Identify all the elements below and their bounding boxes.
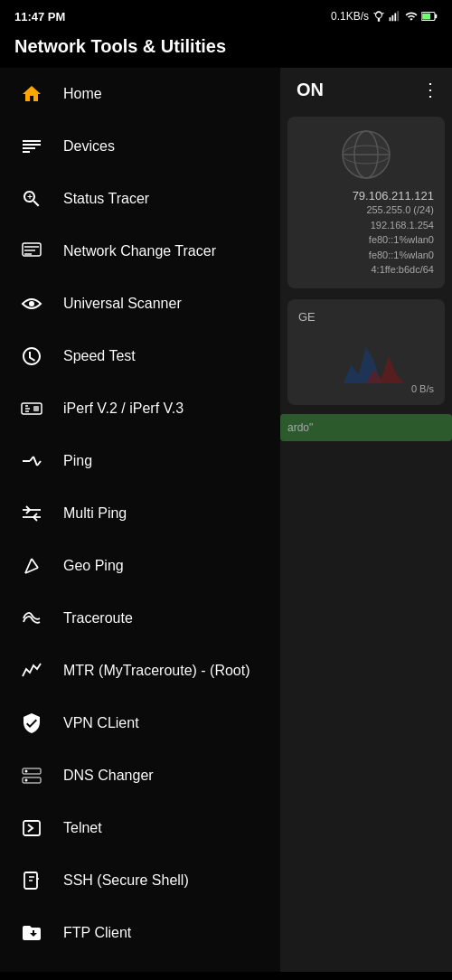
ftp-client-icon (18, 922, 45, 944)
sidebar-item-label: iPerf V.2 / iPerf V.3 (63, 400, 184, 417)
svg-line-14 (37, 461, 41, 466)
svg-rect-6 (422, 14, 430, 20)
ip-address: 79.106.211.121 (298, 189, 434, 203)
app-title: Network Tools & Utilities (14, 36, 226, 57)
sidebar-item-label: DNS Changer (63, 768, 154, 784)
devices-icon (18, 136, 45, 157)
sidebar-item-speed-test[interactable]: Speed Test (0, 330, 280, 382)
svg-rect-0 (390, 17, 391, 21)
ipv6-3: 4:1ffe:b6dc/64 (298, 262, 434, 278)
sidebar-item-label: MTR (MyTraceroute) - (Root) (63, 663, 250, 679)
universal-scanner-icon (18, 293, 45, 315)
navigation-drawer: Home Devices Status Tracer Network Chang… (0, 68, 280, 972)
vpn-client-icon (18, 712, 45, 734)
wifi-icon (405, 10, 418, 23)
sidebar-item-telnet[interactable]: Telnet (0, 802, 280, 854)
traceroute-icon (18, 608, 45, 629)
ssid-card: ardo" (280, 414, 452, 441)
globe-icon (339, 127, 393, 182)
gateway: 192.168.1.254 (298, 218, 434, 233)
network-info: 255.255.0 (/24) 192.168.1.254 fe80::1%wl… (298, 203, 434, 278)
sidebar-item-universal-scanner[interactable]: Universal Scanner (0, 278, 280, 330)
status-bar: 11:47 PM 0.1KB/s (0, 0, 452, 29)
ipv6-2: fe80::1%wlan0 (298, 248, 434, 263)
signal-icon (389, 10, 401, 23)
sidebar-item-label: Devices (63, 138, 115, 155)
sidebar-item-iperf[interactable]: iPerf V.2 / iPerf V.3 (0, 382, 280, 435)
speed-indicator: 0.1KB/s (331, 10, 369, 23)
sidebar-item-label: Speed Test (63, 348, 136, 364)
right-panel: ON ⋮ 79.106.211.121 255.255.0 (/24) 192.… (280, 68, 452, 972)
sidebar-item-label: VPN CLient (63, 715, 139, 731)
sidebar-item-multi-ping[interactable]: Multi Ping (0, 487, 280, 540)
svg-point-22 (25, 770, 28, 773)
bandwidth-speed: 0 B/s (298, 383, 434, 394)
more-options-button[interactable]: ⋮ (418, 75, 443, 104)
sidebar-item-devices[interactable]: Devices (0, 120, 280, 173)
sidebar-item-label: Home (63, 86, 102, 102)
sidebar-item-ftp-client[interactable]: FTP Client (0, 907, 280, 959)
svg-rect-10 (33, 406, 39, 411)
sidebar-item-label: Status Tracer (63, 191, 149, 207)
sidebar-item-label: Universal Scanner (63, 296, 182, 312)
sidebar-item-label: Traceroute (63, 610, 133, 627)
svg-rect-3 (397, 11, 399, 21)
globe-icon-container (298, 127, 434, 182)
alarm-icon (372, 10, 385, 23)
sidebar-item-label: Ping (63, 453, 92, 469)
svg-rect-2 (394, 14, 396, 22)
ping-icon (18, 450, 45, 472)
subnet-mask: 255.255.0 (/24) (298, 203, 434, 218)
ssh-icon (18, 870, 45, 891)
dns-changer-icon (18, 765, 45, 787)
network-change-tracer-icon (18, 240, 45, 262)
app-header: Network Tools & Utilities (0, 29, 452, 68)
svg-line-18 (32, 559, 38, 568)
sidebar-item-label: Geo Ping (63, 558, 124, 574)
sidebar-item-label: Telnet (63, 820, 102, 836)
svg-rect-1 (392, 15, 394, 21)
bandwidth-chart (298, 329, 434, 383)
right-header: ON ⋮ (280, 68, 452, 111)
sidebar-item-home[interactable]: Home (0, 68, 280, 120)
sidebar-item-label: Multi Ping (63, 505, 127, 522)
sidebar-item-label: SSH (Secure Shell) (63, 872, 189, 889)
speed-test-icon (18, 345, 45, 367)
svg-rect-5 (435, 14, 437, 19)
sidebar-item-status-tracer[interactable]: Status Tracer (0, 173, 280, 225)
sidebar-item-ssh[interactable]: SSH (Secure Shell) (0, 854, 280, 907)
geo-ping-icon (18, 555, 45, 577)
sidebar-item-traceroute[interactable]: Traceroute (0, 592, 280, 645)
svg-point-23 (25, 779, 28, 782)
ip-card: 79.106.211.121 255.255.0 (/24) 192.168.1… (287, 117, 445, 288)
sidebar-item-geo-ping[interactable]: Geo Ping (0, 540, 280, 592)
mtr-icon (18, 660, 45, 682)
svg-line-13 (33, 457, 37, 466)
bandwidth-label: GE (298, 310, 434, 324)
home-icon (18, 83, 45, 105)
sidebar-item-mtr[interactable]: MTR (MyTraceroute) - (Root) (0, 645, 280, 697)
iperf-icon (18, 398, 45, 419)
multi-ping-icon (18, 503, 45, 524)
connection-status: ON (289, 80, 418, 100)
bandwidth-card: GE 0 B/s (287, 299, 445, 405)
ssid-value: ardo" (287, 421, 445, 434)
sidebar-item-label: Network Change Tracer (63, 243, 216, 259)
svg-point-8 (29, 301, 34, 306)
telnet-icon (18, 817, 45, 839)
svg-marker-30 (298, 347, 434, 383)
status-icons: 0.1KB/s (331, 10, 438, 23)
status-tracer-icon (18, 188, 45, 210)
status-time: 11:47 PM (14, 10, 65, 24)
main-layout: Home Devices Status Tracer Network Chang… (0, 68, 452, 972)
ipv6-1: fe80::1%wlan0 (298, 232, 434, 248)
battery-icon (421, 10, 438, 23)
sidebar-item-dns-changer[interactable]: DNS Changer (0, 749, 280, 802)
sidebar-item-vpn-client[interactable]: VPN CLient (0, 697, 280, 749)
sidebar-item-label: FTP Client (63, 925, 131, 941)
sidebar-item-ping[interactable]: Ping (0, 435, 280, 487)
sidebar-item-network-change-tracer[interactable]: Network Change Tracer (0, 225, 280, 278)
